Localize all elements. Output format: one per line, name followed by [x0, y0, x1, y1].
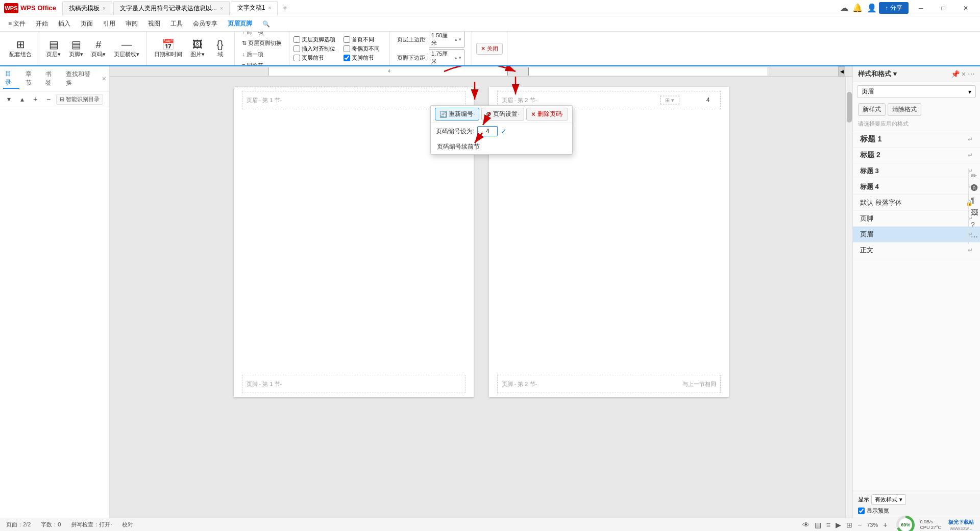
style-item-header[interactable]: 页眉 ↵ [853, 227, 980, 243]
panel-tab-bookmark[interactable]: 书签 [43, 69, 60, 88]
ribbon-btn-next[interactable]: ↓ 后一项 [239, 50, 285, 59]
ribbon-btn-picture[interactable]: 🖼 图片▾ [187, 38, 208, 60]
style-item-heading2[interactable]: 标题 2 ↵ [853, 148, 980, 163]
minimize-button[interactable]: ─ [911, 1, 931, 16]
tab-doc1-close[interactable]: × [268, 5, 271, 11]
tab-add-button[interactable]: + [279, 2, 291, 14]
tab-doc1[interactable]: 文字文稿1 × [231, 1, 278, 15]
cb-odd-even[interactable]: 奇偶页不同 [344, 45, 385, 53]
maximize-button[interactable]: □ [933, 1, 953, 16]
style-item-heading1[interactable]: 标题 1 ↵ [853, 131, 980, 148]
style-item-heading4[interactable]: 标题 4 ↵ [853, 179, 980, 195]
icon-more[interactable]: ⋯ [970, 232, 979, 242]
menu-tools[interactable]: 工具 [166, 17, 187, 30]
ribbon-btn-footer[interactable]: ▤ 页脚▾ [66, 38, 86, 60]
status-proofread[interactable]: 校对 [122, 521, 133, 528]
cloud-icon[interactable]: ☁ [840, 3, 848, 13]
v-scrollbar[interactable] [845, 77, 852, 518]
cb-header-prev-input[interactable] [293, 55, 300, 61]
ribbon-btn-datetime[interactable]: 📅 日期和时间 [151, 38, 185, 60]
cb-insert-align-input[interactable] [293, 45, 300, 52]
panel-toggle-btn[interactable]: ◀ [838, 66, 845, 77]
flow-icon[interactable]: ⊞ [846, 521, 852, 529]
ribbon-btn-prev[interactable]: ↑ 前一项 [239, 32, 285, 37]
close-button[interactable]: ✕ [955, 1, 976, 16]
search-button[interactable]: 🔍 [258, 19, 274, 29]
tab-article-close[interactable]: × [220, 6, 223, 11]
show-style-dropdown[interactable]: 有效样式 ▾ [871, 494, 906, 505]
panel-tab-find[interactable]: 查找和替换 [64, 69, 98, 88]
cb-hf-options-input[interactable] [293, 36, 300, 43]
toc-expand-btn[interactable]: ▾ [3, 93, 14, 105]
ribbon-btn-samesec[interactable]: ≡ 同前节 [239, 61, 285, 67]
popup-renumber-btn[interactable]: 🔄 重新编号· [435, 108, 479, 120]
status-spell[interactable]: 拼写检查：打开· [71, 521, 112, 528]
popup-settings-btn[interactable]: ⚙ 页码设置· [481, 108, 524, 120]
play-icon[interactable]: ▶ [836, 521, 841, 529]
tab-templates-close[interactable]: × [103, 6, 106, 11]
style-dropdown[interactable]: 页眉 ▾ [857, 85, 976, 98]
ribbon-close-button[interactable]: ✕ 关闭 [476, 43, 503, 55]
style-item-body[interactable]: 正文 ↵ [853, 243, 980, 258]
menu-view[interactable]: 视图 [144, 17, 164, 30]
style-item-heading3[interactable]: 标题 3 ↵ [853, 163, 980, 179]
cb-header-prev[interactable]: 页层前节 [293, 54, 335, 62]
panel-tab-toc[interactable]: 目录 [3, 68, 19, 89]
margin-bottom-spinner[interactable]: ▲▼ [454, 56, 462, 60]
popup-delete-btn[interactable]: ✕ 删除页码· [526, 108, 568, 120]
popup-continue-item[interactable]: 页码编号续前节 [431, 139, 572, 154]
cb-insert-align[interactable]: 插入对齐制位 [293, 45, 335, 53]
cb-footer-prev[interactable]: 页脚前节 [344, 54, 385, 62]
account-icon[interactable]: 👤 [867, 3, 877, 13]
panel-close-icon[interactable]: × [962, 70, 966, 78]
ribbon-btn-peitao[interactable]: ⊞ 配套组合 [6, 38, 35, 60]
cb-odd-even-input[interactable] [344, 45, 350, 52]
toc-collapse-btn[interactable]: ▴ [16, 93, 28, 105]
auto-toc-button[interactable]: ⊟ 智能识别目录 [56, 94, 103, 105]
ribbon-btn-header[interactable]: ▤ 页层▾ [43, 38, 64, 60]
style-item-default-font[interactable]: 默认 段落字体 🔒 [853, 195, 980, 211]
ribbon-btn-pagenum[interactable]: # 页码▾ [88, 38, 109, 60]
cb-first-diff-input[interactable] [344, 36, 350, 43]
cb-footer-prev-input[interactable] [344, 55, 350, 61]
ribbon-btn-line[interactable]: ― 页层横线▾ [111, 38, 142, 60]
margin-bottom-input[interactable]: 1.75厘米 ▲▼ [429, 49, 464, 66]
menu-headerfoot[interactable]: 页眉页脚 [224, 17, 256, 30]
icon-format[interactable]: 🅐 [970, 183, 979, 193]
menu-ref[interactable]: 引用 [99, 17, 119, 30]
toc-remove-btn[interactable]: − [43, 93, 54, 105]
icon-image2[interactable]: 🖼 [970, 207, 979, 218]
menu-vip[interactable]: 会员专享 [189, 17, 222, 30]
layout-icon[interactable]: ▤ [815, 521, 821, 529]
cb-first-diff[interactable]: 首页不同 [344, 36, 385, 43]
zoom-in-btn[interactable]: + [883, 521, 887, 529]
left-panel-close[interactable]: × [102, 75, 106, 83]
new-style-button[interactable]: 新样式 [858, 103, 886, 116]
margin-top-input[interactable]: 1.50厘米 ▲▼ [429, 32, 464, 48]
eye-icon[interactable]: 👁 [802, 521, 810, 529]
ribbon-btn-switch[interactable]: ⇅ 页层页脚切换 [239, 38, 285, 48]
tab-templates[interactable]: 找稿壳模板 × [62, 1, 112, 15]
menu-start[interactable]: 开始 [32, 17, 52, 30]
list-icon[interactable]: ≡ [826, 521, 830, 529]
share-button[interactable]: ↑ 分享 [879, 2, 909, 14]
ribbon-btn-field[interactable]: {} 域 [210, 38, 230, 60]
zoom-out-btn[interactable]: − [857, 521, 862, 529]
panel-expand-icon[interactable]: ⋯ [968, 70, 975, 78]
icon-edit[interactable]: ✏ [970, 171, 979, 181]
menu-page[interactable]: 页面 [77, 17, 97, 30]
preview-checkbox[interactable] [858, 508, 865, 514]
tab-article[interactable]: 文字是人类用符号记录表达信息以... × [113, 1, 230, 15]
icon-paragraph[interactable]: ¶ [970, 195, 979, 205]
clear-format-button[interactable]: 清除格式 [888, 103, 921, 116]
menu-file[interactable]: ≡ 文件 [4, 17, 30, 30]
toc-add-btn[interactable]: + [30, 93, 41, 105]
v-scrollbar-thumb[interactable] [847, 92, 852, 123]
margin-top-spinner[interactable]: ▲▼ [454, 37, 462, 42]
style-item-footer[interactable]: 页脚 ↵ [853, 211, 980, 227]
menu-insert[interactable]: 插入 [54, 17, 75, 30]
cb-header-footer-options[interactable]: 页层页脚选项 [293, 36, 335, 43]
page-number-input[interactable] [477, 126, 498, 136]
icon-question[interactable]: ? [970, 220, 979, 230]
menu-review[interactable]: 审阅 [121, 17, 142, 30]
